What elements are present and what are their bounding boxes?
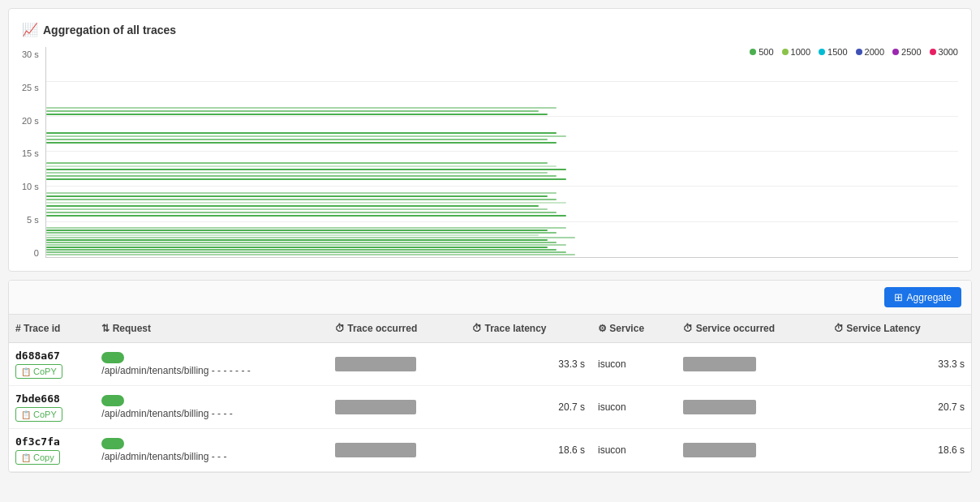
clock-icon-service-occurred: ⏱ Service occurred — [683, 323, 775, 334]
trace-line-23 — [46, 172, 548, 174]
arrow-icon: ⇅ Request — [101, 323, 151, 334]
trace-occurred-bar-0 — [335, 357, 416, 371]
copy-icon-0: 📋 — [21, 367, 31, 376]
trace-line-10 — [46, 232, 557, 234]
col-trace-occurred: ⏱ Trace occurred — [329, 315, 466, 343]
trace-line-6 — [46, 242, 557, 243]
table-row: 0f3c7fa 📋 Copy /api/admin/tenants/billin… — [9, 429, 971, 472]
svc-occurred-cell-0 — [677, 343, 827, 386]
col-trace-id: # Trace id — [9, 315, 95, 343]
svc-occurred-cell-1 — [677, 386, 827, 429]
grid-line-5 — [46, 221, 958, 222]
request-path-0: /api/admin/tenants/billing - - - - - - - — [101, 365, 322, 376]
trace-line-30 — [46, 132, 557, 134]
status-dot-2 — [101, 438, 124, 449]
trace-line-22 — [46, 175, 557, 177]
trace-line-29 — [46, 135, 566, 137]
trace-line-5 — [46, 244, 566, 246]
col-service-latency: ⏱ Service Latency — [827, 315, 971, 343]
trace-line-17 — [46, 202, 566, 204]
trace-line-11 — [46, 230, 548, 231]
chart-title: 📈 Aggregation of all traces — [22, 22, 958, 37]
request-cell-2: /api/admin/tenants/billing - - - — [95, 429, 329, 472]
grid-line-15 — [46, 151, 958, 152]
trace-line-21 — [46, 178, 566, 180]
request-cell-0: /api/admin/tenants/billing - - - - - - - — [95, 343, 329, 386]
trace-line-15 — [46, 208, 548, 210]
y-label-20: 20 s — [22, 117, 39, 126]
svc-latency-cell-2: 18.6 s — [827, 429, 971, 472]
trace-occurred-cell-2 — [329, 429, 466, 472]
request-top-1 — [101, 395, 322, 406]
svc-latency-cell-0: 33.3 s — [827, 343, 971, 386]
trace-id-cell-0: d688a67 📋 CoPY — [9, 343, 95, 386]
col-trace-latency: ⏱ Trace latency — [466, 315, 591, 343]
trace-line-18 — [46, 199, 557, 200]
copy-label-0: CoPY — [33, 367, 57, 376]
service-cell-0: isucon — [591, 343, 677, 386]
trace-line-9 — [46, 234, 539, 236]
table-row: d688a67 📋 CoPY /api/admin/tenants/billin… — [9, 343, 971, 386]
trace-latency-cell-2: 18.6 s — [466, 429, 591, 472]
clock-icon-trace-occurred: ⏱ Trace occurred — [335, 323, 417, 334]
trace-line-1 — [46, 254, 575, 255]
svc-occurred-bar-0 — [683, 357, 756, 371]
svc-latency-cell-1: 20.7 s — [827, 386, 971, 429]
trace-latency-cell-1: 20.7 s — [466, 386, 591, 429]
aggregate-label: Aggregate — [907, 292, 952, 303]
trace-line-3 — [46, 249, 557, 251]
trace-id-cell-1: 7bde668 📋 CoPY — [9, 386, 95, 429]
clock-icon-service-latency: ⏱ Service Latency — [834, 323, 921, 334]
trace-occurred-bar-2 — [335, 443, 416, 457]
trace-line-32 — [46, 110, 539, 112]
trace-line-8 — [46, 237, 575, 238]
trace-line-12 — [46, 227, 566, 229]
svc-occurred-bar-1 — [683, 400, 756, 414]
request-top-2 — [101, 438, 322, 449]
table-header-row: # Trace id ⇅ Request ⏱ Trace occurred ⏱ … — [9, 315, 971, 343]
chart-body: 30 s 25 s 20 s 15 s 10 s 5 s 0 — [22, 47, 958, 258]
y-label-5: 5 s — [27, 216, 39, 225]
trace-line-31 — [46, 114, 548, 115]
chart-section: 📈 Aggregation of all traces 500 1000 150… — [8, 8, 972, 272]
y-label-0: 0 — [34, 249, 39, 258]
trace-line-24 — [46, 169, 566, 170]
y-axis: 30 s 25 s 20 s 15 s 10 s 5 s 0 — [22, 47, 45, 258]
copy-label-1: CoPY — [33, 410, 57, 419]
copy-button-0[interactable]: 📋 CoPY — [15, 364, 62, 379]
copy-button-1[interactable]: 📋 CoPY — [15, 407, 62, 422]
y-label-25: 25 s — [22, 84, 39, 92]
copy-icon-2: 📋 — [21, 453, 31, 462]
trace-id-text-0: d688a67 — [15, 350, 88, 362]
trace-line-19 — [46, 195, 548, 197]
chart-area: 500 1000 1500 2000 2500 — [22, 47, 958, 258]
trace-line-14 — [46, 212, 557, 213]
trace-occurred-bar-1 — [335, 400, 416, 414]
request-path-1: /api/admin/tenants/billing - - - - — [101, 408, 322, 419]
trace-line-27 — [46, 142, 557, 144]
trace-line-2 — [46, 251, 566, 253]
trace-line-4 — [46, 247, 548, 248]
trace-id-text-1: 7bde668 — [15, 393, 88, 405]
aggregate-button[interactable]: ⊞ Aggregate — [884, 287, 961, 307]
hash-icon: # Trace id — [15, 323, 60, 334]
gear-icon-service: ⚙ Service — [598, 323, 644, 334]
col-service-occurred: ⏱ Service occurred — [677, 315, 827, 343]
service-cell-2: isucon — [591, 429, 677, 472]
clock-icon-trace-latency: ⏱ Trace latency — [472, 323, 546, 334]
copy-icon-1: 📋 — [21, 410, 31, 419]
status-dot-0 — [101, 352, 124, 363]
trace-line-7 — [46, 239, 548, 241]
trace-occurred-cell-0 — [329, 343, 466, 386]
request-cell-1: /api/admin/tenants/billing - - - - — [95, 386, 329, 429]
y-label-30: 30 s — [22, 50, 39, 59]
copy-button-2[interactable]: 📋 Copy — [15, 450, 60, 465]
y-label-10: 10 s — [22, 182, 39, 191]
aggregate-icon: ⊞ — [894, 291, 903, 303]
page-wrapper: 📈 Aggregation of all traces 500 1000 150… — [0, 8, 980, 473]
grid-line-20 — [46, 116, 958, 117]
chart-title-icon: 📈 — [22, 22, 38, 37]
y-label-15: 15 s — [22, 149, 39, 158]
trace-line-20 — [46, 192, 557, 194]
trace-line-13 — [46, 215, 566, 217]
